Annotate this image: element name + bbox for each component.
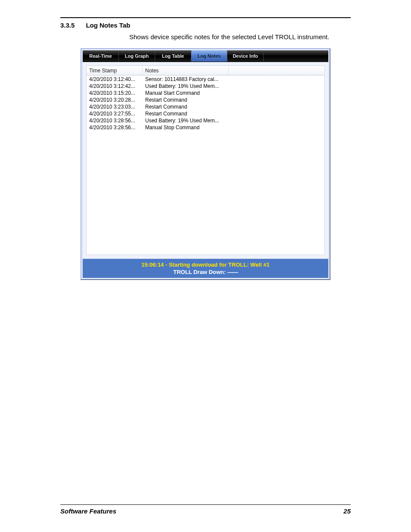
section-title: Log Notes Tab bbox=[86, 22, 130, 29]
cell-timestamp: 4/20/2010 3:12:40... bbox=[87, 76, 143, 83]
log-notes-table: Time Stamp Notes 4/20/2010 3:12:40... Se… bbox=[86, 65, 325, 255]
top-rule bbox=[60, 17, 351, 18]
table-row[interactable]: 4/20/2010 3:27:55... Restart Command bbox=[87, 110, 324, 117]
app-screenshot: Real-Time Log Graph Log Table Log Notes … bbox=[81, 48, 330, 280]
footer-page-number: 25 bbox=[343, 507, 351, 515]
cell-timestamp: 4/20/2010 3:23:03... bbox=[87, 103, 143, 110]
table-header-row: Time Stamp Notes bbox=[87, 66, 324, 76]
status-line-2-dash: —— bbox=[227, 269, 238, 275]
section-header: 3.3.5 Log Notes Tab bbox=[60, 22, 351, 29]
table-body: 4/20/2010 3:12:40... Sensor: 10114883 Fa… bbox=[87, 76, 324, 131]
table-row[interactable]: 4/20/2010 3:15:20... Manual Start Comman… bbox=[87, 90, 324, 96]
page-footer: Software Features 25 bbox=[60, 504, 351, 515]
footer-row: Software Features 25 bbox=[60, 507, 351, 515]
cell-note: Manual Start Command bbox=[143, 90, 324, 96]
cell-note: Restart Command bbox=[143, 110, 324, 117]
cell-timestamp: 4/20/2010 3:15:20... bbox=[87, 90, 143, 96]
footer-left: Software Features bbox=[60, 507, 116, 515]
section-description: Shows device specific notes for the sele… bbox=[129, 33, 351, 40]
cell-note: Restart Command bbox=[143, 103, 324, 110]
status-line-2-prefix: TROLL Draw Down: bbox=[173, 269, 227, 275]
cell-note: Used Battery: 19% Used Mem... bbox=[143, 117, 324, 124]
table-row[interactable]: 4/20/2010 3:28:56... Manual Stop Command bbox=[87, 124, 324, 131]
tab-spacer bbox=[264, 50, 328, 62]
cell-timestamp: 4/20/2010 3:27:55... bbox=[87, 110, 143, 117]
section-number: 3.3.5 bbox=[60, 22, 75, 29]
table-row[interactable]: 4/20/2010 3:28:56... Used Battery: 19% U… bbox=[87, 117, 324, 124]
table-row[interactable]: 4/20/2010 3:20:28... Restart Command bbox=[87, 96, 324, 103]
tab-bar: Real-Time Log Graph Log Table Log Notes … bbox=[83, 50, 328, 62]
tab-device-info[interactable]: Device Info bbox=[227, 50, 264, 62]
tab-real-time[interactable]: Real-Time bbox=[83, 50, 119, 62]
table-row[interactable]: 4/20/2010 3:23:03... Restart Command bbox=[87, 103, 324, 110]
document-page: 3.3.5 Log Notes Tab Shows device specifi… bbox=[0, 0, 411, 532]
cell-timestamp: 4/20/2010 3:20:28... bbox=[87, 96, 143, 103]
cell-note: Restart Command bbox=[143, 96, 324, 103]
column-header-notes[interactable]: Notes bbox=[143, 66, 229, 75]
column-header-fill bbox=[229, 66, 324, 75]
cell-timestamp: 4/20/2010 3:12:42... bbox=[87, 83, 143, 90]
cell-note: Manual Stop Command bbox=[143, 124, 324, 131]
table-row[interactable]: 4/20/2010 3:12:42... Used Battery: 19% U… bbox=[87, 83, 324, 90]
column-header-timestamp[interactable]: Time Stamp bbox=[87, 66, 143, 75]
cell-note: Sensor: 10114883 Factory cal... bbox=[143, 76, 324, 83]
status-line-2: TROLL Draw Down: —— bbox=[83, 269, 328, 275]
app-inner-frame: Real-Time Log Graph Log Table Log Notes … bbox=[82, 50, 329, 278]
tab-log-notes[interactable]: Log Notes bbox=[191, 50, 227, 62]
cell-note: Used Battery: 19% Used Mem... bbox=[143, 83, 324, 90]
cell-timestamp: 4/20/2010 3:28:56... bbox=[87, 124, 143, 131]
status-line-1: 15:06:14 - Starting download for TROLL: … bbox=[83, 261, 328, 268]
table-row[interactable]: 4/20/2010 3:12:40... Sensor: 10114883 Fa… bbox=[87, 76, 324, 83]
tab-log-table[interactable]: Log Table bbox=[155, 50, 191, 62]
bottom-rule bbox=[60, 504, 351, 505]
tab-log-graph[interactable]: Log Graph bbox=[119, 50, 155, 62]
status-bar: 15:06:14 - Starting download for TROLL: … bbox=[83, 258, 328, 278]
cell-timestamp: 4/20/2010 3:28:56... bbox=[87, 117, 143, 124]
